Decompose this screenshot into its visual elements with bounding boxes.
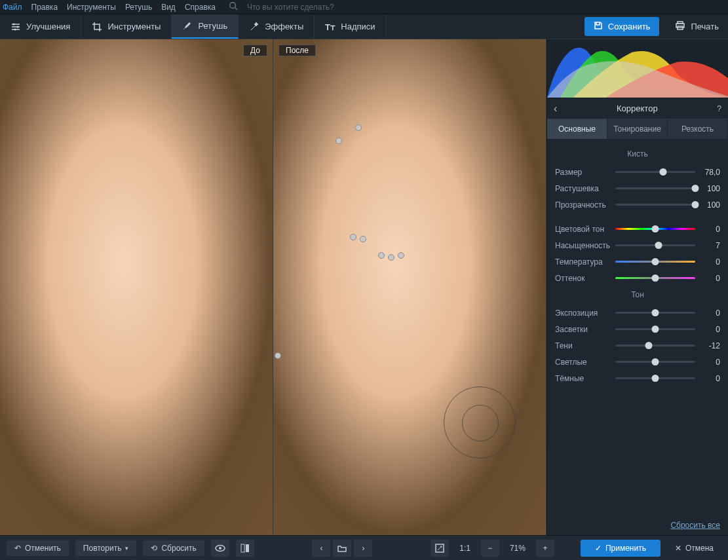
tab-enhancements[interactable]: Улучшения [0,14,81,39]
tone-slider-row: Светлые0 [555,354,720,370]
save-label: Сохранить [608,22,651,31]
slider-track[interactable] [615,171,695,173]
bottombar: ↶ Отменить Повторить ▾ ⟲ Сбросить ‹ › 1:… [0,535,728,560]
retouch-point[interactable] [275,352,281,359]
slider-thumb[interactable] [652,375,659,382]
subtab-toning[interactable]: Тонирование [607,119,668,139]
slider-track[interactable] [615,345,695,346]
menu-help[interactable]: Справка [185,3,216,12]
retouch-point[interactable] [398,252,404,259]
slider-value: 0 [702,225,720,234]
slider-label: Размер [555,168,609,177]
slider-thumb[interactable] [652,258,659,265]
slider-track[interactable] [615,312,695,314]
slider-track[interactable] [615,328,695,330]
brush-cursor [444,386,516,458]
tone-slider-row: Экспозиция0 [555,305,720,321]
slider-thumb[interactable] [692,201,699,208]
preview-toggle-button[interactable] [211,540,229,557]
slider-thumb[interactable] [652,326,659,333]
compare-button[interactable] [236,540,254,557]
fit-screen-button[interactable] [431,540,449,557]
svg-text:Tᴛ: Tᴛ [325,22,335,32]
prev-image-button[interactable]: ‹ [312,540,330,557]
reset-label: Сбросить [161,544,196,553]
retouch-point[interactable] [378,252,385,259]
slider-label: Насыщенность [555,241,609,250]
apply-label: Применить [605,544,646,553]
svg-point-10 [219,547,221,550]
slider-thumb[interactable] [652,225,659,233]
search-placeholder[interactable]: Что вы хотите сделать? [247,3,334,12]
search-icon[interactable] [229,1,238,12]
menu-file[interactable]: Файл [3,3,22,12]
retouch-point[interactable] [355,124,362,131]
slider-value: 0 [702,325,720,334]
print-button[interactable]: Печать [666,17,728,36]
tone-slider-row: Тени-12 [555,337,720,354]
subtab-basic[interactable]: Основные [547,119,607,139]
slider-track[interactable] [615,244,695,246]
color-slider-row: Цветовой тон0 [555,221,720,237]
tab-text[interactable]: Tᴛ Надписи [315,14,386,39]
slider-thumb[interactable] [645,342,653,349]
slider-track[interactable] [615,187,695,189]
apply-button[interactable]: ✓ Применить [581,540,661,557]
color-slider-row: Температура0 [555,253,720,270]
reset-button[interactable]: ⟲ Сбросить [143,540,204,556]
retouch-point[interactable] [335,138,342,144]
histogram[interactable] [547,39,728,98]
after-label: После [278,45,316,56]
subtab-sharp[interactable]: Резкость [668,119,728,139]
next-image-button[interactable]: › [354,540,372,557]
slider-thumb[interactable] [655,242,662,249]
before-label: До [243,45,267,56]
save-button[interactable]: Сохранить [584,17,660,36]
slider-label: Температура [555,257,609,267]
slider-track[interactable] [615,204,695,206]
slider-thumb[interactable] [660,168,667,176]
menu-view[interactable]: Вид [161,3,176,12]
slider-thumb[interactable] [652,274,659,282]
zoom-in-button[interactable]: + [536,540,554,557]
retouch-point[interactable] [360,236,366,242]
menu-edit[interactable]: Правка [31,3,58,12]
browse-button[interactable] [333,540,351,557]
print-icon [675,21,685,32]
reset-all-link[interactable]: Сбросить все [670,521,720,530]
retouch-point[interactable] [388,254,394,261]
menu-retouch[interactable]: Ретушь [125,3,152,12]
help-button[interactable]: ? [717,104,721,113]
slider-track[interactable] [615,228,695,230]
slider-value: 7 [702,241,720,250]
cancel-button[interactable]: ✕ Отмена [667,540,721,556]
slider-track[interactable] [615,261,695,263]
color-slider-row: Оттенок0 [555,270,720,286]
brush-slider-row: Размер78,0 [555,164,720,180]
slider-thumb[interactable] [652,358,659,365]
undo-button[interactable]: ↶ Отменить [7,540,69,556]
zoom-out-button[interactable]: − [481,540,499,557]
main-toolbar: Улучшения Инструменты Ретушь Эффекты Tᴛ … [0,14,728,39]
slider-track[interactable] [615,377,695,379]
menu-tools[interactable]: Инструменты [67,3,116,12]
retouch-point[interactable] [350,234,356,240]
slider-label: Цветовой тон [555,225,609,234]
tab-retouch[interactable]: Ретушь [172,14,239,39]
svg-rect-7 [678,22,683,24]
slider-track[interactable] [615,277,695,279]
slider-label: Тёмные [555,374,609,383]
redo-button[interactable]: Повторить ▾ [75,540,137,556]
sliders-icon [10,22,21,32]
slider-track[interactable] [615,361,695,363]
tab-effects[interactable]: Эффекты [239,14,315,39]
svg-point-3 [16,26,18,28]
preview-after[interactable]: После [273,39,546,535]
slider-thumb[interactable] [652,309,659,316]
tab-tools[interactable]: Инструменты [81,14,172,39]
zoom-fit-label[interactable]: 1:1 [455,544,474,553]
slider-thumb[interactable] [692,185,699,192]
preview-area[interactable]: До После [0,39,546,535]
slider-value: -12 [702,341,720,350]
tab-label: Эффекты [265,22,303,31]
